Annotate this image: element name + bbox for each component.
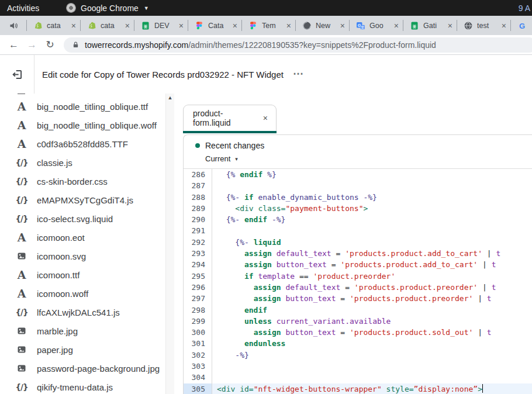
line-content: {% endif %} bbox=[212, 169, 277, 180]
tab-close-icon[interactable]: × bbox=[502, 22, 506, 30]
file-list-item[interactable]: Aicomoon.ttf bbox=[0, 265, 165, 284]
file-sidebar: Abig_noodle_titling_oblique.ttfAbig_nood… bbox=[0, 94, 174, 394]
code-area[interactable]: 286 {% endif %}287288 {%- if enable_dyna… bbox=[184, 169, 532, 394]
line-content bbox=[212, 372, 217, 383]
recent-changes-row: Recent changes bbox=[195, 141, 532, 150]
chrome-logo-icon bbox=[66, 3, 76, 13]
code-file-icon: {/} bbox=[15, 307, 28, 317]
text-cursor bbox=[482, 384, 483, 393]
browser-tab[interactable]: Gati× bbox=[403, 16, 457, 35]
tab-close-icon[interactable]: × bbox=[340, 22, 345, 30]
file-list-item[interactable]: Abig_noodle_titling_oblique.woff bbox=[0, 116, 165, 134]
code-line: 287 bbox=[184, 180, 532, 191]
font-file-icon: A bbox=[15, 139, 28, 150]
recent-changes-dot-icon bbox=[195, 143, 200, 148]
address-bar[interactable]: towerrecords.myshopify.com/admin/themes/… bbox=[64, 37, 532, 53]
line-content: {%- if enable_dynamic_buttons -%} bbox=[212, 192, 377, 203]
chevron-down-icon: ▼ bbox=[144, 5, 149, 11]
tab-title: test bbox=[477, 22, 498, 30]
font-file-icon: A bbox=[15, 101, 28, 112]
sidebar-scrollbar[interactable]: ▲ bbox=[165, 94, 174, 394]
editor-file-tab[interactable]: product-form.liquid × bbox=[183, 105, 277, 131]
exit-button[interactable] bbox=[0, 55, 34, 94]
line-number: 294 bbox=[184, 259, 212, 270]
file-list-item[interactable]: Aicomoon.woff bbox=[0, 284, 165, 303]
file-name: icomoon.svg bbox=[37, 251, 86, 261]
svg-text:G: G bbox=[519, 21, 525, 30]
main-content: Abig_noodle_titling_oblique.ttfAbig_nood… bbox=[0, 94, 532, 394]
file-list-item[interactable]: Abig_noodle_titling_oblique.ttf bbox=[0, 97, 165, 116]
forward-button[interactable]: → bbox=[23, 40, 41, 50]
image-file-icon bbox=[15, 326, 28, 336]
image-file-icon bbox=[15, 345, 28, 354]
tab-close-icon[interactable]: × bbox=[125, 22, 130, 30]
browser-tab-strip: cata×cata×DEV×Cata×Tem×New×G文Goo×Gati×te… bbox=[0, 16, 532, 35]
line-content: <div class="payment-buttons"> bbox=[212, 203, 368, 214]
file-list-item[interactable]: {/}lfcAXLwjkDALc541.js bbox=[0, 303, 165, 322]
globe-icon bbox=[464, 21, 473, 30]
browser-tab[interactable]: cata× bbox=[81, 16, 134, 35]
line-number: 303 bbox=[184, 361, 212, 372]
back-button[interactable]: ← bbox=[5, 40, 23, 50]
line-number: 304 bbox=[184, 372, 212, 383]
app-menu[interactable]: Google Chrome ▼ bbox=[66, 3, 149, 13]
file-name: c0df3a6b528fdd85.TTF bbox=[37, 139, 128, 149]
file-list-item[interactable]: icomoon.svg bbox=[0, 247, 165, 265]
file-list-item[interactable]: Ac0df3a6b528fdd85.TTF bbox=[0, 134, 165, 153]
editor-tab-close-icon[interactable]: × bbox=[263, 114, 268, 122]
browser-tab[interactable]: Cata× bbox=[188, 16, 242, 35]
more-options-button[interactable]: ⋯ bbox=[293, 72, 305, 76]
file-list-item[interactable]: password-page-background.jpg bbox=[0, 359, 165, 378]
tab-close-icon[interactable]: × bbox=[448, 22, 452, 30]
file-list-item[interactable]: {/}qikify-tmenu-data.js bbox=[0, 378, 165, 394]
dark-globe-icon bbox=[302, 21, 312, 30]
tab-close-icon[interactable]: × bbox=[71, 22, 76, 30]
lock-icon bbox=[72, 41, 80, 49]
browser-tab[interactable]: G文Goo× bbox=[350, 16, 403, 35]
file-list-item[interactable]: {/}eMAPMXSyTCgGdiT4.js bbox=[0, 191, 165, 209]
tab-close-icon[interactable]: × bbox=[233, 22, 237, 30]
tab-close-icon[interactable]: × bbox=[394, 22, 399, 30]
browser-tab[interactable]: New× bbox=[296, 16, 350, 35]
line-content: endunless bbox=[212, 338, 285, 349]
file-name: icomoon.woff bbox=[37, 289, 88, 299]
file-name: password-page-background.jpg bbox=[37, 364, 160, 374]
line-number: 292 bbox=[184, 237, 212, 248]
file-list-item[interactable]: {/}cs-skin-border.css bbox=[0, 172, 165, 191]
shopify-icon bbox=[87, 21, 96, 30]
file-name: eMAPMXSyTCgGdiT4.js bbox=[37, 195, 133, 205]
file-list-item[interactable]: paper.jpg bbox=[0, 340, 165, 359]
active-tab-underline bbox=[183, 131, 277, 133]
tab-close-icon[interactable]: × bbox=[179, 22, 184, 30]
file-name: lfcAXLwjkDALc541.js bbox=[37, 307, 120, 317]
file-name: marble.jpg bbox=[37, 326, 78, 336]
line-number: 286 bbox=[184, 169, 212, 180]
line-number: 301 bbox=[184, 338, 212, 349]
file-list-item[interactable]: {/}ico-select.svg.liquid bbox=[0, 209, 165, 228]
line-content: unless current_variant.available bbox=[212, 316, 391, 327]
tab-close-icon[interactable]: × bbox=[286, 22, 291, 30]
line-content bbox=[212, 180, 217, 191]
line-number: 302 bbox=[184, 350, 212, 361]
file-list-item[interactable]: {/}classie.js bbox=[0, 153, 165, 172]
browser-tab[interactable]: DEV× bbox=[134, 16, 188, 35]
file-list-item[interactable]: marble.jpg bbox=[0, 322, 165, 340]
browser-tab[interactable]: Tem× bbox=[242, 16, 296, 35]
reload-button[interactable]: ↻ bbox=[41, 40, 59, 50]
font-file-icon: A bbox=[15, 120, 28, 131]
scroll-up-icon[interactable]: ▲ bbox=[168, 95, 173, 101]
version-dropdown[interactable]: Current ▾ bbox=[205, 154, 532, 163]
file-name: big_noodle_titling_oblique.woff bbox=[37, 120, 157, 130]
browser-tabs: cata×cata×DEV×Cata×Tem×New×G文Goo×Gati×te… bbox=[27, 16, 532, 35]
chevron-down-icon: ▾ bbox=[235, 156, 238, 162]
sheets-icon bbox=[141, 21, 150, 30]
line-content: assign button_text = 'products.product.s… bbox=[212, 327, 492, 338]
file-list-item[interactable]: Aicomoon.eot bbox=[0, 228, 165, 247]
exit-icon bbox=[11, 68, 23, 81]
browser-tab[interactable]: test× bbox=[457, 16, 511, 35]
activities-button[interactable]: Activities bbox=[7, 4, 39, 13]
translate-icon: G文 bbox=[356, 21, 365, 30]
code-line: 298 endif bbox=[184, 305, 532, 316]
browser-tab[interactable]: G bbox=[511, 16, 532, 35]
browser-tab[interactable]: cata× bbox=[27, 16, 81, 35]
